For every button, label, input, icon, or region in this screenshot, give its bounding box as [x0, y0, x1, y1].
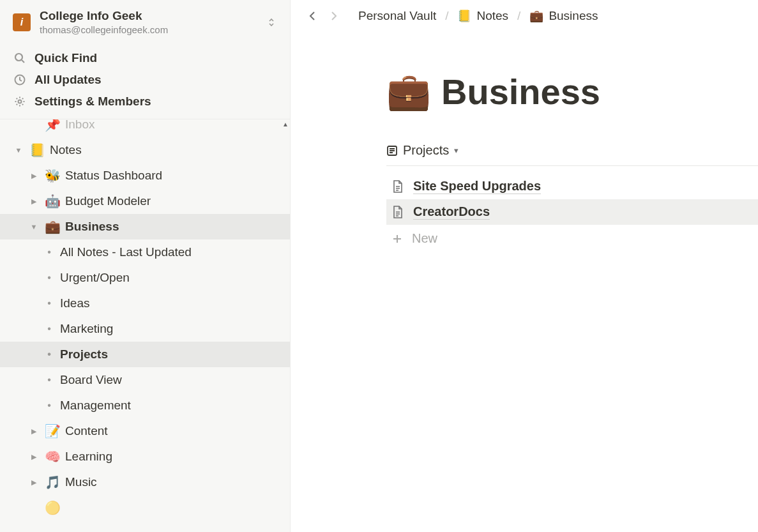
- notebook-icon: 📒: [29, 142, 45, 158]
- clock-icon: [13, 73, 27, 87]
- workspace-switcher[interactable]: i College Info Geek thomas@collegeinfoge…: [0, 0, 290, 45]
- bullet-icon: •: [43, 247, 55, 258]
- breadcrumb-separator: /: [443, 9, 451, 23]
- database-view: Projects ▾ Site Speed Upgrades CreatorDo…: [386, 143, 758, 252]
- memo-icon: 📝: [45, 423, 60, 439]
- briefcase-icon: 💼: [529, 9, 543, 23]
- chevron-right-icon[interactable]: ▶: [28, 425, 40, 437]
- ideas-label: Ideas: [60, 296, 89, 310]
- sidebar-item-all-notes[interactable]: • All Notes - Last Updated: [0, 239, 290, 265]
- inbox-label: Inbox: [65, 119, 95, 132]
- workspace-name: College Info Geek: [40, 9, 255, 24]
- bullet-icon: •: [43, 374, 55, 386]
- sidebar-item-music[interactable]: ▶ 🎵 Music: [0, 469, 290, 495]
- page-icon: [391, 179, 404, 194]
- robot-icon: 🤖: [45, 194, 60, 209]
- bullet-icon: •: [43, 298, 55, 309]
- chevron-right-icon[interactable]: [28, 502, 40, 513]
- sidebar-item-budget-modeler[interactable]: ▶ 🤖 Budget Modeler: [0, 188, 290, 214]
- chevron-down-icon[interactable]: ▼: [13, 144, 24, 156]
- page-title[interactable]: Business: [441, 71, 600, 112]
- main-content: Personal Vault / 📒 Notes / 💼 Business 💼 …: [291, 0, 758, 532]
- sidebar-item-notes[interactable]: ▼ 📒 Notes: [0, 137, 290, 163]
- row-title: CreatorDocs: [413, 204, 490, 220]
- plus-icon: [391, 233, 403, 245]
- quick-find-label: Quick Find: [34, 51, 97, 65]
- chevron-right-icon[interactable]: ▶: [28, 451, 40, 462]
- new-row-button[interactable]: New: [386, 225, 758, 252]
- sidebar-item-projects[interactable]: • Projects: [0, 342, 290, 367]
- brain-icon: 🧠: [45, 449, 60, 464]
- notebook-icon: 📒: [457, 9, 471, 23]
- briefcase-icon[interactable]: 💼: [386, 70, 431, 112]
- breadcrumb-separator: /: [515, 9, 523, 23]
- projects-label: Projects: [60, 347, 108, 361]
- sidebar-nav: Quick Find All Updates Settings & Member…: [0, 45, 290, 115]
- search-icon: [13, 51, 27, 65]
- sidebar-item-learning[interactable]: ▶ 🧠 Learning: [0, 444, 290, 469]
- breadcrumb-notes-label: Notes: [476, 9, 508, 23]
- breadcrumb-notes[interactable]: 📒 Notes: [457, 9, 508, 23]
- sidebar-item-marketing[interactable]: • Marketing: [0, 316, 290, 342]
- briefcase-icon: 💼: [45, 219, 60, 234]
- breadcrumb-root[interactable]: Personal Vault: [358, 9, 436, 23]
- sidebar-item-board-view[interactable]: • Board View: [0, 367, 290, 393]
- sidebar: i College Info Geek thomas@collegeinfoge…: [0, 0, 291, 532]
- urgent-open-label: Urgent/Open: [60, 271, 130, 285]
- svg-point-2: [19, 100, 22, 103]
- all-updates-button[interactable]: All Updates: [0, 69, 290, 91]
- breadcrumb-root-label: Personal Vault: [358, 9, 436, 23]
- chevron-right-icon[interactable]: ▶: [28, 476, 40, 488]
- bullet-icon: •: [43, 349, 55, 360]
- bullet-icon: •: [43, 323, 55, 335]
- row-title: Site Speed Upgrades: [413, 179, 541, 194]
- topbar: Personal Vault / 📒 Notes / 💼 Business: [291, 0, 758, 32]
- breadcrumb-business[interactable]: 💼 Business: [529, 9, 598, 23]
- music-label: Music: [65, 475, 97, 489]
- bullet-icon: •: [43, 400, 55, 411]
- sidebar-item-inbox[interactable]: 📌 Inbox: [0, 119, 290, 137]
- breadcrumb-business-label: Business: [549, 9, 598, 23]
- marketing-label: Marketing: [60, 322, 113, 336]
- updown-chevron-icon[interactable]: [264, 15, 278, 30]
- partial-icon: 🟡: [45, 500, 60, 515]
- chevron-down-icon: ▾: [454, 146, 459, 155]
- business-label: Business: [65, 220, 119, 234]
- sidebar-item-content[interactable]: ▶ 📝 Content: [0, 418, 290, 444]
- table-row[interactable]: Site Speed Upgrades: [386, 174, 758, 199]
- learning-label: Learning: [65, 450, 112, 464]
- page-title-block[interactable]: 💼 Business: [291, 70, 758, 112]
- all-notes-label: All Notes - Last Updated: [60, 245, 192, 259]
- sidebar-item-urgent-open[interactable]: • Urgent/Open: [0, 265, 290, 291]
- sidebar-item-management[interactable]: • Management: [0, 393, 290, 418]
- nav-forward-button[interactable]: [326, 9, 340, 23]
- sidebar-item-ideas[interactable]: • Ideas: [0, 291, 290, 316]
- quick-find-button[interactable]: Quick Find: [0, 47, 290, 69]
- pin-icon: 📌: [45, 119, 60, 132]
- gear-icon: [13, 95, 27, 109]
- table-row[interactable]: CreatorDocs: [386, 199, 758, 225]
- view-tab-projects[interactable]: Projects ▾: [386, 143, 459, 158]
- page-tree[interactable]: ▲ 📌 Inbox ▼ 📒 Notes ▶ 🐝 Status Dashboard…: [0, 119, 290, 532]
- bullet-icon: •: [43, 272, 55, 284]
- workspace-logo: i: [13, 13, 31, 31]
- svg-point-0: [15, 54, 22, 61]
- sidebar-item-business[interactable]: ▼ 💼 Business: [0, 214, 290, 239]
- sidebar-item-cut[interactable]: 🟡: [0, 495, 290, 521]
- music-icon: 🎵: [45, 475, 60, 490]
- management-label: Management: [60, 399, 131, 413]
- chevron-right-icon[interactable]: [28, 119, 40, 130]
- settings-label: Settings & Members: [34, 95, 151, 109]
- chevron-right-icon[interactable]: ▶: [28, 195, 40, 207]
- nav-back-button[interactable]: [306, 9, 320, 23]
- bee-icon: 🐝: [45, 168, 60, 183]
- workspace-email: thomas@collegeinfogeek.com: [40, 24, 255, 36]
- chevron-right-icon[interactable]: ▶: [28, 170, 40, 181]
- board-view-label: Board View: [60, 373, 122, 387]
- notes-label: Notes: [50, 143, 82, 157]
- sidebar-item-status-dashboard[interactable]: ▶ 🐝 Status Dashboard: [0, 163, 290, 188]
- new-label: New: [412, 231, 437, 246]
- settings-button[interactable]: Settings & Members: [0, 91, 290, 112]
- chevron-down-icon[interactable]: ▼: [28, 221, 40, 232]
- workspace-info: College Info Geek thomas@collegeinfogeek…: [40, 9, 255, 36]
